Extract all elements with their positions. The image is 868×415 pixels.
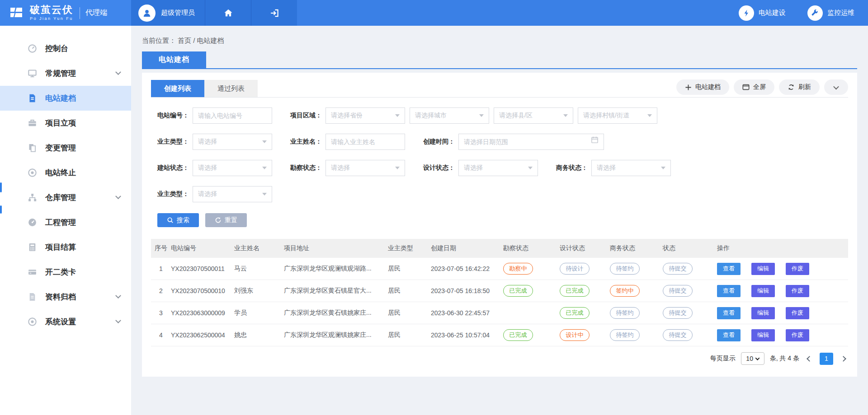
- page-tab-station-archive[interactable]: 电站建档: [142, 51, 206, 68]
- sidebar-item-label: 工程管理: [45, 217, 120, 228]
- sidebar-item-station-terminate[interactable]: 电站终止: [0, 160, 131, 185]
- view-button[interactable]: 查看: [717, 307, 741, 319]
- owner-type-2-placeholder: 请选择: [198, 190, 259, 198]
- file-icon: [27, 292, 37, 302]
- build-status-label: 建站状态：: [157, 164, 189, 172]
- status-badge: 待提交: [663, 329, 693, 341]
- void-button[interactable]: 作废: [786, 329, 809, 341]
- page-number-1[interactable]: 1: [820, 353, 833, 365]
- sidebar-item-station-archive[interactable]: 电站建档: [0, 86, 131, 111]
- reset-button[interactable]: 重置: [205, 213, 247, 227]
- filter-form: 电站编号： 项目区域： 请选择省份 请选择城市: [151, 107, 848, 202]
- station-no-input[interactable]: [198, 112, 267, 119]
- main-content: 当前位置：首页 / 电站建档 电站建档 创建列表 通过列表 电站建档 全屏: [131, 26, 868, 415]
- create-time-input[interactable]: [464, 138, 587, 145]
- table-row: 1 YX2023070500011 马云 广东深圳龙华区观澜镇观湖路... 居民…: [151, 258, 848, 280]
- view-button[interactable]: 查看: [717, 263, 741, 275]
- sidebar-item-warehouse-mgmt[interactable]: 仓库管理: [0, 185, 131, 210]
- filter-biz-status: 商务状态： 请选择: [556, 160, 671, 176]
- collapse-toolbar-button[interactable]: [824, 79, 848, 95]
- design-status-badge: 设计中: [560, 329, 590, 341]
- card-icon: [27, 267, 37, 277]
- search-label: 搜索: [177, 216, 189, 224]
- sidebar-scrollbar[interactable]: [0, 205, 2, 214]
- tab-passed-list[interactable]: 通过列表: [204, 80, 258, 97]
- caret-down-icon: [262, 193, 267, 196]
- sidebar-item-label: 常规管理: [45, 68, 108, 79]
- tab-create-list[interactable]: 创建列表: [151, 80, 204, 97]
- sidebar-item-console[interactable]: 控制台: [0, 36, 131, 61]
- build-status-placeholder: 请选择: [198, 164, 259, 172]
- nav-station-build[interactable]: 电站建设: [739, 5, 786, 21]
- survey-status-select[interactable]: 请选择: [326, 160, 405, 176]
- status-badge: 待提交: [663, 263, 693, 275]
- station-table: 序号 电站编号 业主姓名 项目地址 业主类型 创建日期 勘察状态 设计状态 商务…: [151, 239, 848, 346]
- search-button[interactable]: 搜索: [157, 213, 199, 227]
- edit-button[interactable]: 编辑: [751, 263, 775, 275]
- filter-owner-type: 业主类型： 请选择: [157, 134, 272, 150]
- next-page-icon[interactable]: [840, 356, 846, 362]
- owner-name-input-wrap: [326, 134, 405, 150]
- pagination: 每页显示 10 条, 共 4 条 1: [151, 352, 848, 365]
- owner-name-input[interactable]: [331, 138, 400, 145]
- sidebar-item-project-setup[interactable]: 项目立项: [0, 111, 131, 135]
- brand-area[interactable]: 破茧云伏 Po Jian Yun Fu 代理端: [0, 0, 131, 26]
- biz-status-select[interactable]: 请选择: [591, 160, 671, 176]
- county-select[interactable]: 请选择县/区: [494, 107, 573, 124]
- nav-monitor-ops[interactable]: 监控运维: [807, 5, 854, 21]
- filter-design-status: 设计状态： 请选择: [423, 160, 538, 176]
- void-button[interactable]: 作废: [786, 307, 809, 319]
- sidebar-item-label: 系统设置: [45, 317, 108, 327]
- brand-subtitle: Po Jian Yun Fu: [30, 17, 73, 21]
- view-button[interactable]: 查看: [717, 329, 741, 341]
- avatar[interactable]: [138, 5, 156, 22]
- void-button[interactable]: 作废: [786, 263, 809, 275]
- fullscreen-button[interactable]: 全屏: [734, 79, 774, 95]
- view-button[interactable]: 查看: [717, 285, 741, 297]
- breadcrumb-path[interactable]: 首页 / 电站建档: [178, 37, 224, 44]
- col-header: 设计状态: [560, 244, 610, 252]
- void-button[interactable]: 作废: [786, 285, 809, 297]
- edit-button[interactable]: 编辑: [751, 329, 775, 341]
- cell-create-date: 2023-06-25 10:57:04: [431, 331, 503, 339]
- sidebar-item-project-settlement[interactable]: 项目结算: [0, 235, 131, 260]
- create-station-button[interactable]: 电站建档: [676, 79, 729, 95]
- prev-page-icon[interactable]: [807, 356, 812, 362]
- owner-type-select[interactable]: 请选择: [193, 134, 272, 150]
- logout-button[interactable]: [251, 0, 297, 26]
- survey-status-badge: 勘察中: [503, 263, 533, 275]
- lightning-icon-circle: [739, 5, 754, 21]
- sidebar-item-data-archive[interactable]: 资料归档: [0, 284, 131, 309]
- user-block[interactable]: 超级管理员: [131, 0, 205, 26]
- chevron-down-icon: [115, 193, 121, 199]
- per-page-select[interactable]: 10: [741, 352, 764, 365]
- document-icon: [27, 93, 37, 103]
- cell-station-code: YX2023070500011: [171, 265, 234, 272]
- province-select[interactable]: 请选择省份: [326, 107, 405, 124]
- owner-type-2-select[interactable]: 请选择: [193, 186, 272, 202]
- sidebar-item-engineering-mgmt[interactable]: 工程管理: [0, 210, 131, 235]
- town-select[interactable]: 请选择村镇/街道: [578, 107, 657, 124]
- cell-index: 2: [151, 287, 171, 294]
- calculator-icon: [27, 242, 37, 252]
- list-tabs-row: 创建列表 通过列表 电站建档 全屏: [151, 79, 848, 98]
- sidebar-item-open-card[interactable]: 开二类卡: [0, 260, 131, 284]
- design-status-select[interactable]: 请选择: [458, 160, 538, 176]
- caret-down-icon: [563, 114, 568, 117]
- build-status-select[interactable]: 请选择: [193, 160, 272, 176]
- per-page-label: 每页显示: [710, 354, 736, 363]
- edit-button[interactable]: 编辑: [751, 285, 775, 297]
- sidebar-item-general-mgmt[interactable]: 常规管理: [0, 61, 131, 86]
- home-button[interactable]: [205, 0, 251, 26]
- dot-circle-icon: [27, 168, 37, 178]
- survey-status-label: 勘察状态：: [290, 164, 322, 172]
- city-select[interactable]: 请选择城市: [410, 107, 489, 124]
- sidebar-scrollbar[interactable]: [0, 182, 2, 192]
- refresh-button[interactable]: 刷新: [779, 79, 820, 95]
- town-placeholder: 请选择村镇/街道: [583, 112, 644, 120]
- sidebar-item-change-mgmt[interactable]: 变更管理: [0, 135, 131, 160]
- brand-text: 破茧云伏 Po Jian Yun Fu: [30, 5, 73, 21]
- edit-button[interactable]: 编辑: [751, 307, 775, 319]
- sidebar-item-system-settings[interactable]: 系统设置: [0, 309, 131, 334]
- business-status-badge: 签约中: [610, 285, 640, 297]
